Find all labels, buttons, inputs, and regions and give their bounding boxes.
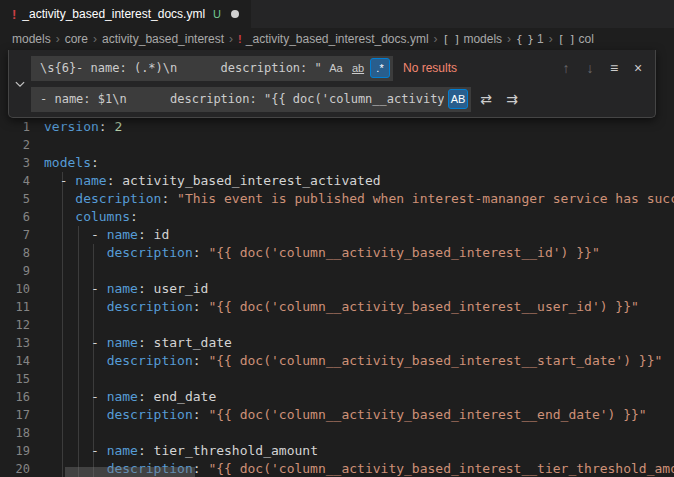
breadcrumb-label: activity_based_interest: [102, 32, 224, 46]
code-line-18[interactable]: 18: [0, 424, 674, 442]
code-area[interactable]: 1version: 223models:4 - name: activity_b…: [0, 118, 674, 477]
line-number: 6: [0, 208, 44, 226]
preserve-case-toggle[interactable]: AB: [448, 89, 468, 109]
line-number: 11: [0, 298, 44, 316]
code-line-text: - name: tier_threshold_amount: [44, 442, 674, 460]
code-line-9[interactable]: 9: [0, 262, 674, 280]
code-line-2[interactable]: 2: [0, 136, 674, 154]
code-line-text: columns:: [44, 208, 674, 226]
code-line-text: - name: user_id: [44, 280, 674, 298]
code-line-text: description: "This event is published wh…: [44, 190, 674, 208]
line-number: 4: [0, 172, 44, 190]
code-line-text: - name: start_date: [44, 334, 674, 352]
breadcrumb-item-_activity_based_interest_docs.yml[interactable]: !_activity_based_interest_docs.yml: [238, 32, 428, 46]
code-line-11[interactable]: 11 description: "{{ doc('column__activit…: [0, 298, 674, 316]
code-line-text: - name: end_date: [44, 388, 674, 406]
breadcrumb-item-activity_based_interest[interactable]: activity_based_interest: [102, 32, 224, 46]
breadcrumb-item-models[interactable]: models: [12, 32, 51, 46]
line-number: 14: [0, 352, 44, 370]
regex-toggle[interactable]: .*: [370, 58, 390, 78]
breadcrumb-label: _activity_based_interest_docs.yml: [246, 32, 429, 46]
line-number: 7: [0, 226, 44, 244]
code-line-7[interactable]: 7 - name: id: [0, 226, 674, 244]
line-number: 15: [0, 370, 44, 388]
close-find-button[interactable]: ×: [627, 57, 649, 79]
line-number: 18: [0, 424, 44, 442]
code-line-text: description: "{{ doc('column__activity_b…: [44, 298, 674, 316]
breadcrumb: models›core›activity_based_interest›!_ac…: [0, 28, 674, 50]
breadcrumb-separator: ›: [56, 32, 60, 46]
code-line-text: [44, 136, 674, 154]
code-line-1[interactable]: 1version: 2: [0, 118, 674, 136]
horizontal-scrollbar-thumb[interactable]: [65, 467, 195, 477]
line-number: 16: [0, 388, 44, 406]
breadcrumb-label: models: [463, 32, 502, 46]
line-number: 12: [0, 316, 44, 334]
find-row: Aa ab .* No results ↑ ↓ ≡ ×: [31, 55, 649, 81]
code-line-12[interactable]: 12: [0, 316, 674, 334]
code-line-text: description: "{{ doc('column__activity_b…: [44, 406, 674, 424]
replace-input-box: AB: [31, 87, 471, 112]
match-case-toggle[interactable]: Aa: [326, 58, 346, 78]
code-line-19[interactable]: 19 - name: tier_threshold_amount: [0, 442, 674, 460]
code-line-text: [44, 424, 674, 442]
code-line-16[interactable]: 16 - name: end_date: [0, 388, 674, 406]
breadcrumb-separator: ›: [434, 32, 438, 46]
code-line-text: [44, 262, 674, 280]
replace-button[interactable]: ⇄: [475, 88, 497, 110]
code-line-17[interactable]: 17 description: "{{ doc('column__activit…: [0, 406, 674, 424]
line-number: 13: [0, 334, 44, 352]
line-number: 3: [0, 154, 44, 172]
breadcrumb-item-1[interactable]: { }1: [516, 32, 544, 46]
code-line-15[interactable]: 15: [0, 370, 674, 388]
breadcrumb-separator: ›: [229, 32, 233, 46]
code-line-text: [44, 316, 674, 334]
yaml-file-icon: !: [12, 7, 16, 22]
code-line-13[interactable]: 13 - name: start_date: [0, 334, 674, 352]
git-status-badge: U: [213, 8, 221, 20]
line-number: 2: [0, 136, 44, 154]
breadcrumb-separator: ›: [93, 32, 97, 46]
symbol-object-icon: { }: [516, 33, 533, 46]
code-line-14[interactable]: 14 description: "{{ doc('column__activit…: [0, 352, 674, 370]
breadcrumb-separator: ›: [507, 32, 511, 46]
replace-all-button[interactable]: ⇉: [501, 88, 523, 110]
find-input-box: Aa ab .*: [31, 56, 393, 81]
chevron-down-icon: [14, 78, 26, 90]
replace-row: AB ⇄ ⇉: [31, 86, 649, 112]
breadcrumb-item-col[interactable]: [ ]col: [558, 32, 594, 46]
previous-match-button[interactable]: ↑: [555, 57, 577, 79]
replace-input[interactable]: [38, 91, 446, 107]
dirty-indicator-icon[interactable]: [231, 10, 239, 18]
code-line-6[interactable]: 6 columns:: [0, 208, 674, 226]
breadcrumb-label: core: [65, 32, 88, 46]
code-line-10[interactable]: 10 - name: user_id: [0, 280, 674, 298]
code-line-text: description: "{{ doc('column__activity_b…: [44, 352, 674, 370]
line-number: 5: [0, 190, 44, 208]
find-in-selection-button[interactable]: ≡: [603, 57, 625, 79]
tab-bar: ! _activity_based_interest_docs.yml U: [0, 0, 674, 28]
line-number: 10: [0, 280, 44, 298]
breadcrumb-separator: ›: [549, 32, 553, 46]
toggle-replace-button[interactable]: [9, 50, 31, 117]
line-number: 8: [0, 244, 44, 262]
line-number: 17: [0, 406, 44, 424]
find-results-count: No results: [403, 61, 457, 75]
code-line-3[interactable]: 3models:: [0, 154, 674, 172]
find-input[interactable]: [38, 60, 324, 76]
horizontal-scrollbar[interactable]: [0, 467, 674, 477]
breadcrumb-item-core[interactable]: core: [65, 32, 88, 46]
breadcrumb-label: col: [579, 32, 594, 46]
breadcrumb-item-models[interactable]: [ ]models: [443, 32, 503, 46]
find-replace-widget: Aa ab .* No results ↑ ↓ ≡ × AB ⇄ ⇉: [8, 50, 656, 118]
code-line-4[interactable]: 4 - name: activity_based_interest_activa…: [0, 172, 674, 190]
tab-activity-based-interest-docs[interactable]: ! _activity_based_interest_docs.yml U: [0, 0, 252, 28]
line-number: 1: [0, 118, 44, 136]
whole-word-toggle[interactable]: ab: [348, 58, 368, 78]
code-line-text: [44, 370, 674, 388]
code-line-5[interactable]: 5 description: "This event is published …: [0, 190, 674, 208]
line-number: 9: [0, 262, 44, 280]
code-line-8[interactable]: 8 description: "{{ doc('column__activity…: [0, 244, 674, 262]
code-line-text: - name: id: [44, 226, 674, 244]
next-match-button[interactable]: ↓: [579, 57, 601, 79]
